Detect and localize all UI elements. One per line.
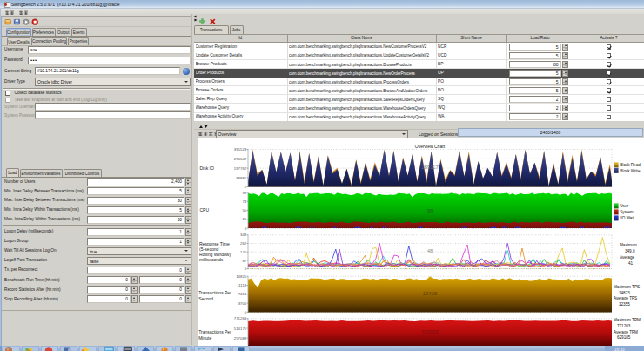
svg-text:7413: 7413 bbox=[238, 292, 247, 296]
svg-text:98: 98 bbox=[427, 208, 433, 213]
svg-text:98881: 98881 bbox=[236, 176, 247, 180]
svg-text:Rolling Window): Rolling Window) bbox=[199, 252, 231, 257]
svg-text:175: 175 bbox=[240, 250, 247, 254]
svg-text:14823: 14823 bbox=[619, 291, 630, 295]
svg-text:Block Read: Block Read bbox=[620, 163, 641, 167]
svg-text:Maximum: Maximum bbox=[620, 243, 637, 247]
svg-text:197762: 197762 bbox=[234, 166, 247, 171]
svg-text:CPU: CPU bbox=[200, 207, 210, 213]
svg-text:87: 87 bbox=[242, 259, 246, 263]
svg-text:Response Time: Response Time bbox=[199, 241, 230, 246]
svg-text:3706: 3706 bbox=[238, 301, 247, 306]
svg-text:I/O Wait: I/O Wait bbox=[620, 216, 634, 220]
svg-text:25: 25 bbox=[242, 217, 246, 221]
svg-text:Transactions Per: Transactions Per bbox=[198, 329, 231, 334]
svg-text:296642: 296642 bbox=[234, 157, 247, 161]
svg-text:12355: 12355 bbox=[619, 302, 630, 307]
svg-text:74: 74 bbox=[242, 199, 246, 204]
svg-text:395523: 395523 bbox=[234, 147, 247, 152]
svg-text:0: 0 bbox=[245, 310, 247, 314]
svg-text:12428: 12428 bbox=[423, 291, 438, 296]
svg-text:Second: Second bbox=[198, 296, 213, 301]
svg-text:Average: Average bbox=[620, 255, 634, 260]
svg-text:262: 262 bbox=[240, 241, 247, 246]
svg-text:349: 349 bbox=[240, 233, 247, 237]
svg-text:16:33: 16:33 bbox=[614, 348, 625, 351]
svg-text:14825: 14825 bbox=[236, 274, 247, 279]
svg-text:41: 41 bbox=[628, 261, 634, 266]
svg-text:0: 0 bbox=[245, 226, 247, 231]
svg-text:349.0: 349.0 bbox=[625, 249, 635, 253]
svg-text:257088: 257088 bbox=[234, 336, 247, 341]
svg-text:Disk IO: Disk IO bbox=[200, 165, 215, 171]
svg-text:289117: 289117 bbox=[421, 165, 439, 170]
svg-text:System: System bbox=[620, 210, 633, 214]
svg-text:Average TPM: Average TPM bbox=[614, 330, 638, 334]
svg-text:99: 99 bbox=[242, 191, 246, 195]
svg-text:Transactions Per: Transactions Per bbox=[198, 290, 231, 295]
svg-text:771263: 771263 bbox=[234, 316, 247, 321]
svg-text:User: User bbox=[620, 204, 628, 208]
svg-text:(5-second: (5-second bbox=[199, 246, 218, 252]
svg-text:763936: 763936 bbox=[421, 329, 439, 334]
svg-text:50: 50 bbox=[242, 208, 246, 213]
svg-text:0: 0 bbox=[245, 267, 247, 271]
svg-text:629185: 629185 bbox=[617, 335, 631, 340]
svg-text:Maximum TPM: Maximum TPM bbox=[614, 318, 641, 322]
svg-text:771203: 771203 bbox=[617, 324, 631, 328]
svg-text:48: 48 bbox=[427, 248, 433, 253]
svg-text:514175: 514175 bbox=[234, 327, 247, 331]
svg-text:Overview Chart: Overview Chart bbox=[415, 144, 446, 149]
svg-text:Block Write: Block Write bbox=[620, 169, 641, 173]
svg-text:Maximum TPS: Maximum TPS bbox=[614, 285, 640, 289]
svg-text:11119: 11119 bbox=[237, 283, 247, 287]
svg-text:0: 0 bbox=[245, 185, 247, 189]
svg-text:Average TPS: Average TPS bbox=[614, 296, 637, 300]
svg-text:Minute: Minute bbox=[198, 335, 211, 341]
svg-text:milliseconds: milliseconds bbox=[199, 257, 224, 262]
